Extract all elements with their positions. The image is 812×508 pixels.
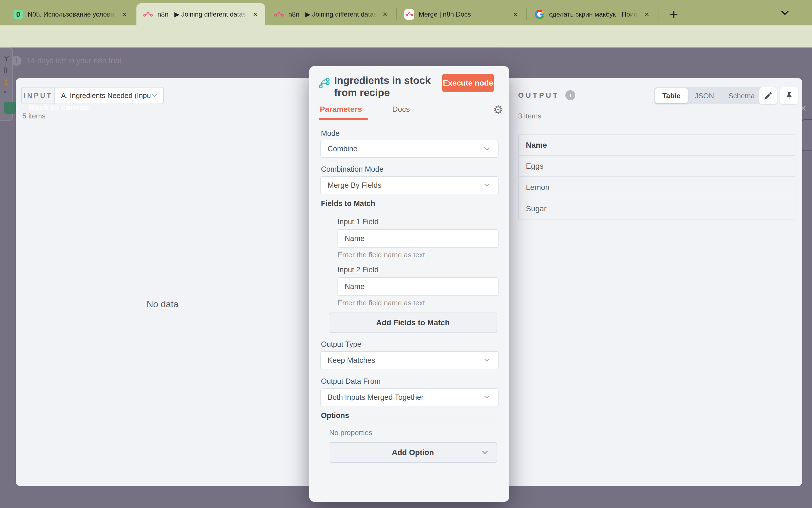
mode-label: Mode <box>321 129 340 138</box>
add-fields-to-match-button[interactable]: Add Fields to Match <box>329 312 497 333</box>
input2-field[interactable] <box>337 277 498 296</box>
back-to-canvas-label: Back to canvas <box>29 103 89 112</box>
no-properties-text: No properties <box>329 428 372 437</box>
node-title: Ingredients in stock from recipe <box>334 75 445 99</box>
pencil-icon <box>764 91 772 100</box>
trial-text: 14 days left in your n8n trial <box>27 56 121 65</box>
new-tab-button[interactable]: + <box>665 5 683 23</box>
mode-value: Combine <box>328 145 357 153</box>
view-tab-schema[interactable]: Schema <box>721 88 762 103</box>
info-icon: i <box>12 56 22 66</box>
browser-toolbar: laliaolka.app.n8n.cloud/workflow/LtMBB5c… <box>0 26 812 47</box>
tab-close-icon[interactable]: × <box>511 10 520 19</box>
mode-select[interactable]: Combine <box>320 140 498 158</box>
tab-title: n8n - ▶ Joining different datas <box>288 10 377 18</box>
output-data-from-label: Output Data From <box>321 377 380 386</box>
trial-card-green-button[interactable] <box>4 101 13 114</box>
view-tab-json[interactable]: JSON <box>688 88 721 103</box>
merge-node-icon <box>318 76 331 91</box>
browser-tab-3[interactable]: n8n - ▶ Joining different datas × <box>267 3 395 26</box>
output-type-select[interactable]: Keep Matches <box>320 351 498 369</box>
node-settings-modal: Ingredients in stock from recipe Execute… <box>309 66 509 502</box>
options-label: Options <box>321 411 349 420</box>
chevron-down-icon <box>483 357 491 363</box>
tab-docs[interactable]: Docs <box>392 105 410 114</box>
chevron-down-icon <box>483 146 491 152</box>
tab-close-icon[interactable]: × <box>380 10 390 19</box>
tab-title: Merge | n8n Docs <box>419 10 508 18</box>
add-fields-label: Add Fields to Match <box>376 318 450 327</box>
add-option-label: Add Option <box>392 448 434 457</box>
output-panel: OUTPUT i Table JSON Schema 3 items Name … <box>509 78 802 486</box>
add-option-button[interactable]: Add Option <box>329 442 497 463</box>
tab-close-icon[interactable]: × <box>119 10 129 19</box>
browser-tab-4[interactable]: Merge | n8n Docs × <box>398 3 525 26</box>
notion-favicon-icon: 0 <box>13 9 23 19</box>
trial-card-dimmed: Y li 1 • <box>0 47 13 121</box>
active-tab-underline <box>319 118 368 120</box>
output-data-from-select[interactable]: Both Inputs Merged Together <box>320 388 498 407</box>
info-icon: i <box>565 90 575 100</box>
table-header-name: Name <box>519 135 795 155</box>
output-type-value: Keep Matches <box>328 356 375 365</box>
input2-hint: Enter the field name as text <box>337 299 425 307</box>
table-row[interactable]: Sugar <box>519 198 795 219</box>
tab-title: сделать скрин макбук - Поис <box>549 10 639 18</box>
output-panel-label: OUTPUT <box>518 91 559 100</box>
trial-card-text: li <box>4 66 7 75</box>
tab-search-chevron-icon[interactable] <box>779 9 790 17</box>
combination-mode-select[interactable]: Merge By Fields <box>320 176 498 195</box>
tab-separator <box>658 8 658 20</box>
input2-field-label: Input 2 Field <box>337 266 379 274</box>
browser-tab-strip: 0 N05. Использование условн × n8n - ▶ Jo… <box>0 0 812 26</box>
table-row[interactable]: Lemon <box>519 176 795 198</box>
tab-close-icon[interactable]: × <box>642 10 652 19</box>
section-divider <box>320 422 498 422</box>
execute-node-label: Execute node <box>443 79 493 87</box>
combination-mode-value: Merge By Fields <box>328 181 381 190</box>
tab-parameters[interactable]: Parameters <box>320 105 362 114</box>
output-view-switch: Table JSON Schema <box>654 87 763 104</box>
back-arrow-icon: ← <box>13 101 24 114</box>
browser-tab-5[interactable]: сделать скрин макбук - Поис × <box>528 3 657 26</box>
trial-banner-dimmed: i 14 days left in your n8n trial <box>12 56 121 66</box>
input-panel: INPUT A. Ingredients Needed (Input 1) 5 … <box>16 78 309 486</box>
back-to-canvas-button[interactable]: ← Back to canvas <box>13 101 89 114</box>
table-row[interactable]: Eggs <box>519 155 795 176</box>
pin-data-button[interactable] <box>780 87 798 104</box>
section-divider <box>320 210 498 210</box>
chevron-down-icon <box>483 182 491 188</box>
screen: 0 N05. Использование условн × n8n - ▶ Jo… <box>0 0 812 508</box>
tab-close-icon[interactable]: × <box>250 10 260 19</box>
n8n-favicon-icon <box>274 9 284 19</box>
output-table: Name Eggs Lemon Sugar <box>518 134 796 219</box>
execute-node-button[interactable]: Execute node <box>442 74 494 92</box>
browser-tab-1[interactable]: 0 N05. Использование условн × <box>7 3 134 26</box>
browser-tab-2-active[interactable]: n8n - ▶ Joining different datas × <box>136 3 265 26</box>
google-favicon-icon <box>535 9 545 19</box>
chevron-down-icon <box>483 394 491 400</box>
output-items-count: 3 items <box>518 112 541 120</box>
input-source-value: A. Ingredients Needed (Input 1) <box>61 91 151 100</box>
input-empty-state: No data <box>16 299 309 309</box>
tab-separator <box>396 8 397 20</box>
carousel-dot: • <box>4 88 7 97</box>
tab-title: N05. Использование условн <box>28 10 117 18</box>
chevron-down-icon <box>481 450 489 455</box>
tab-title: n8n - ▶ Joining different datas <box>157 10 247 18</box>
input1-hint: Enter the field name as text <box>337 251 425 259</box>
edit-output-button[interactable] <box>759 87 777 104</box>
output-type-label: Output Type <box>321 340 362 349</box>
pin-icon <box>785 91 793 100</box>
node-settings-gear-icon[interactable]: ⚙ <box>493 103 503 116</box>
n8n-favicon-icon <box>143 9 153 19</box>
trial-card-text: Y <box>4 54 9 63</box>
fields-to-match-label: Fields to Match <box>321 199 375 208</box>
chevron-down-icon <box>151 93 159 98</box>
combination-mode-label: Combination Mode <box>321 165 383 174</box>
tab-separator <box>526 8 527 20</box>
output-data-from-value: Both Inputs Merged Together <box>328 393 424 402</box>
n8n-docs-favicon-icon <box>404 9 414 19</box>
input1-field[interactable] <box>337 229 498 248</box>
view-tab-table[interactable]: Table <box>655 88 688 103</box>
